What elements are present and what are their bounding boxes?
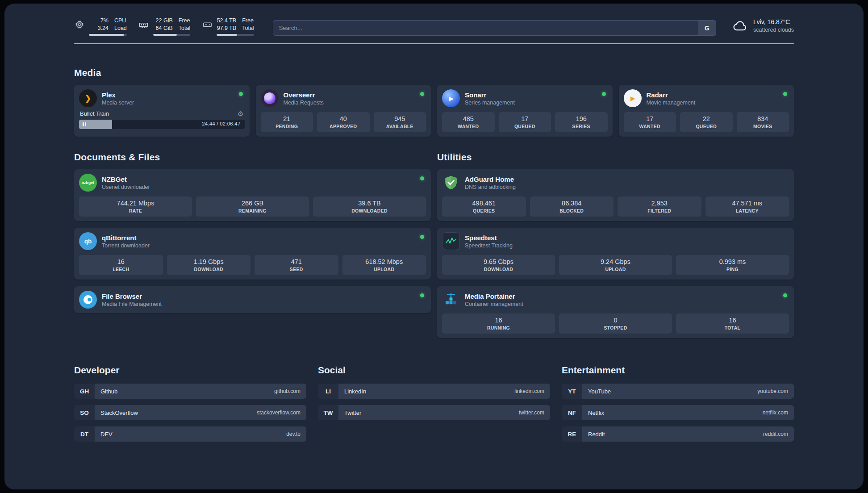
search-provider-button[interactable]: G [698, 20, 716, 36]
service-name: File Browser [102, 292, 162, 301]
stat-value: 485 [444, 115, 493, 123]
stat-tile: 9.24 Gbps UPLOAD [559, 255, 672, 275]
service-name: Radarr [647, 91, 696, 99]
disk-widget: 52.4 TB 97.9 TB Free Total [202, 17, 254, 36]
portainer-card[interactable]: Media Portainer Container management 16 … [437, 286, 794, 338]
stat-label: UPLOAD [344, 267, 425, 272]
service-subtitle: Container management [465, 301, 523, 308]
stat-tile: 834 MOVIES [737, 112, 789, 132]
service-name: Overseerr [284, 91, 324, 99]
section-title-documents: Documents & Files [74, 152, 431, 163]
bookmark-domain: stackoverflow.com [257, 409, 300, 416]
speedtest-icon [442, 232, 460, 250]
stat-value: 16 [444, 316, 553, 325]
stat-label: PENDING [263, 124, 312, 129]
stat-value: 21 [263, 115, 312, 123]
status-dot [783, 293, 787, 297]
cpu-usage-value: 7% [89, 17, 108, 25]
cpu-usage-label: CPU [114, 17, 127, 25]
bookmark-abbr: YT [562, 384, 582, 399]
bookmark-youtube[interactable]: YT YouTube youtube.com [562, 384, 794, 399]
stat-tile: 0 STOPPED [559, 313, 672, 334]
filebrowser-card[interactable]: File Browser Media File Management [74, 286, 431, 313]
bookmark-domain: dev.to [286, 431, 300, 437]
stat-tile: 17 WANTED [624, 112, 676, 132]
bookmark-github[interactable]: GH Github github.com [74, 384, 306, 399]
sonarr-card[interactable]: ▶ Sonarr Series management 485 WANTED 17 [437, 85, 613, 137]
bookmark-twitter[interactable]: TW Twitter twitter.com [318, 405, 550, 420]
weather-location: Lviv, 16.87°C [753, 18, 794, 26]
service-name: Speedtest [465, 234, 513, 242]
search-input[interactable] [273, 20, 716, 36]
stat-value: 39.6 TB [315, 199, 424, 208]
bookmark-stackoverflow[interactable]: SO StackOverflow stackoverflow.com [74, 405, 306, 420]
portainer-icon [442, 291, 460, 309]
stat-tile: 40 APPROVED [317, 112, 370, 132]
status-dot [783, 92, 787, 96]
stat-label: DOWNLOAD [169, 267, 249, 272]
bookmark-netflix[interactable]: NF Netflix netflix.com [562, 405, 794, 420]
bookmark-group-entertainment: Entertainment YT YouTube youtube.com NF … [562, 365, 794, 448]
stat-label: RUNNING [444, 325, 553, 330]
memory-total-value: 64 GiB [153, 25, 173, 32]
nzbget-card[interactable]: nzbget NZBGet Usenet downloader 744.21 M… [74, 169, 431, 221]
stat-value: 0.993 ms [678, 258, 787, 266]
bookmark-abbr: LI [318, 384, 338, 399]
service-subtitle: DNS and adblocking [465, 184, 516, 191]
stat-label: WANTED [626, 124, 675, 129]
stat-tile: 471 SEED [255, 255, 338, 275]
section-documents: Documents & Files nzbget NZBGet Usenet d… [74, 152, 431, 313]
bookmark-reddit[interactable]: RE Reddit reddit.com [562, 426, 794, 442]
bookmark-group-title: Social [318, 365, 550, 376]
stat-tile: 266 GB REMAINING [196, 196, 309, 217]
stat-value: 47.571 ms [707, 199, 788, 208]
qbittorrent-card[interactable]: qb qBittorrent Torrent downloader 16 LEE… [74, 228, 431, 280]
stat-tile: 196 SERIES [555, 112, 608, 132]
disk-icon [202, 20, 213, 36]
cpu-widget: 7% 3.24 CPU Load [74, 17, 127, 36]
stat-label: DOWNLOADED [315, 208, 424, 213]
stat-value: 40 [319, 115, 368, 123]
radarr-card[interactable]: ▶ Radarr Movie management 17 WANTED 22 [619, 85, 794, 137]
bookmark-linkedin[interactable]: LI LinkedIn linkedin.com [318, 384, 550, 399]
plex-card[interactable]: ❯ Plex Media server Bullet Train ⚙ 24:44… [74, 85, 250, 137]
stat-label: TOTAL [678, 325, 787, 330]
bookmark-domain: netflix.com [763, 409, 788, 416]
status-dot [420, 235, 424, 239]
overseerr-card[interactable]: Overseerr Media Requests 21 PENDING 40 A… [256, 85, 431, 137]
dashboard: 7% 3.24 CPU Load [4, 4, 864, 489]
memory-total-label: Total [179, 25, 190, 32]
playback-progress-bar[interactable]: 24:44 / 02:06:47 [79, 120, 245, 129]
stat-tile: 2,953 FILTERED [618, 196, 701, 217]
bookmark-abbr: NF [562, 405, 582, 420]
stat-tile: 16 LEECH [79, 255, 163, 275]
bookmark-domain: twitter.com [519, 409, 544, 416]
service-name: Media Portainer [465, 292, 523, 301]
stat-value: 9.65 Gbps [444, 258, 553, 266]
disk-free-value: 52.4 TB [217, 17, 236, 25]
stat-tile: 16 RUNNING [442, 313, 555, 334]
stat-tile: 0.993 ms PING [676, 255, 789, 275]
cloud-icon [732, 18, 748, 34]
speedtest-card[interactable]: Speedtest Speedtest Tracking 9.65 Gbps D… [437, 228, 794, 280]
adguard-card[interactable]: AdGuard Home DNS and adblocking 498,461 … [437, 169, 794, 221]
nzbget-icon: nzbget [79, 174, 97, 192]
bookmark-abbr: DT [74, 426, 95, 442]
service-name: AdGuard Home [465, 175, 516, 184]
qbittorrent-icon: qb [79, 232, 97, 250]
disk-total-value: 97.9 TB [217, 25, 236, 32]
stat-tile: 498,461 QUERIES [442, 196, 526, 217]
bookmark-name: Twitter [344, 409, 361, 416]
bookmark-domain: reddit.com [763, 431, 788, 437]
now-playing-title: Bullet Train [80, 110, 109, 117]
status-dot [420, 92, 424, 96]
settings-gear-icon[interactable]: ⚙ [238, 110, 243, 117]
pause-icon[interactable] [83, 122, 86, 126]
stat-label: QUEUED [501, 124, 550, 129]
stat-value: 86,384 [532, 199, 612, 208]
search-bar: G [273, 20, 716, 36]
stat-tile: 618.52 Mbps UPLOAD [342, 255, 426, 275]
bookmark-dev[interactable]: DT DEV dev.to [74, 426, 306, 442]
stat-value: 498,461 [444, 199, 524, 208]
bookmark-domain: linkedin.com [514, 388, 544, 394]
